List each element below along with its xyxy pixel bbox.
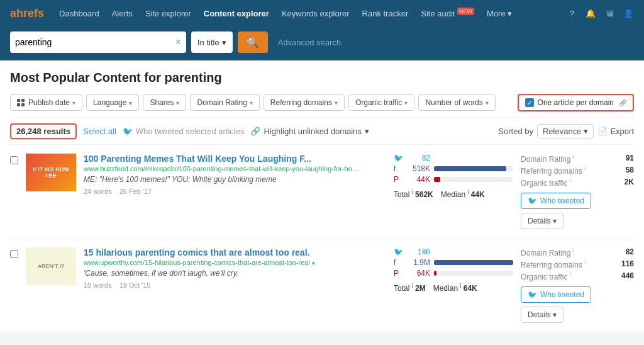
- who-tweeted-selected-label: Who tweeted selected articles: [136, 127, 245, 136]
- article-2-url[interactable]: www.upworthy.com/15-hilarious-parenting-…: [84, 259, 360, 266]
- twitter-icon-2: 🐦: [394, 247, 402, 256]
- filter-organic-traffic-arrow: ▾: [404, 99, 408, 106]
- highlight-unlinked-button[interactable]: 🔗 Highlight unlinked domains ▾: [250, 127, 369, 136]
- total-info-icon: i: [412, 189, 413, 195]
- filter-shares-arrow: ▾: [176, 99, 179, 106]
- details-label-1: Details ▾: [528, 217, 557, 225]
- one-article-info-link[interactable]: 🔗: [619, 99, 626, 106]
- nav-content-explorer[interactable]: Content explorer: [199, 6, 274, 21]
- total-info-icon-2: i: [412, 283, 413, 289]
- filter-domain-rating[interactable]: Domain Rating ▾: [190, 94, 259, 111]
- filter-domain-rating-label: Domain Rating: [197, 98, 247, 107]
- domain-rating-label-2: Domain Rating i: [521, 247, 574, 257]
- select-all-button[interactable]: Select all: [83, 127, 116, 136]
- monitor-icon[interactable]: 🖥: [604, 8, 615, 19]
- nav-alerts[interactable]: Alerts: [107, 6, 138, 21]
- filter-shares[interactable]: Shares ▾: [143, 94, 186, 111]
- search-scope-label: In title: [197, 38, 219, 47]
- highlight-arrow: ▾: [365, 127, 369, 136]
- rd-info-1: i: [584, 166, 586, 172]
- who-tweeted-button-1[interactable]: 🐦 Who tweeted: [521, 193, 591, 209]
- article-2-domain-stats: Domain Rating i 82 Referring domains i 1…: [521, 247, 634, 323]
- pinterest-count-1: 44K: [406, 175, 430, 184]
- filter-referring-domains[interactable]: Referring domains ▾: [264, 94, 345, 111]
- sorted-by-label: Sorted by: [498, 127, 533, 136]
- search-input-wrapper[interactable]: ×: [10, 31, 186, 53]
- results-count: 26,248 results: [10, 123, 77, 139]
- export-button[interactable]: 📄 Export: [597, 127, 634, 136]
- main-content: Most Popular Content for parenting Publi…: [0, 60, 644, 332]
- filter-language-arrow: ▾: [129, 99, 132, 106]
- pinterest-icon-2: P: [394, 269, 402, 278]
- dr-info-2: i: [573, 247, 574, 254]
- filter-number-of-words-arrow: ▾: [486, 99, 489, 106]
- highlight-icon: 🔗: [250, 127, 260, 136]
- article-2-title[interactable]: 15 hilarious parenting comics that are a…: [84, 247, 360, 257]
- median-val-2: 64K: [464, 284, 477, 293]
- dropdown-arrow-icon: ▾: [222, 38, 226, 47]
- who-tweeted-button-2[interactable]: 🐦 Who tweeted: [521, 286, 591, 303]
- details-button-2[interactable]: Details ▾: [521, 307, 564, 323]
- one-article-per-domain-toggle[interactable]: ✓ One article per domain 🔗: [518, 94, 634, 111]
- article-2-thumbnail: AREN'T I?: [26, 247, 76, 285]
- nav-site-explorer[interactable]: Site explorer: [140, 6, 196, 21]
- new-badge: NEW: [457, 8, 474, 15]
- organic-traffic-row-2: Organic traffic i 446: [521, 271, 634, 281]
- nav-keywords-explorer[interactable]: Keywords explorer: [277, 6, 355, 21]
- facebook-icon-1: f: [394, 164, 402, 173]
- who-tweeted-selected-button[interactable]: 🐦 Who tweeted selected articles: [123, 127, 245, 136]
- bell-icon[interactable]: 🔔: [585, 8, 596, 19]
- help-icon[interactable]: ?: [566, 8, 577, 19]
- article-1-checkbox[interactable]: [10, 156, 18, 164]
- facebook-bar-fill-1: [434, 166, 506, 171]
- who-tweeted-label-1: Who tweeted: [540, 196, 584, 205]
- search-button[interactable]: 🔍: [238, 31, 268, 53]
- relevance-dropdown[interactable]: Relevance ▾: [537, 124, 594, 139]
- organic-traffic-label-1: Organic traffic i: [521, 178, 571, 188]
- nav-dashboard[interactable]: Dashboard: [54, 6, 104, 21]
- referring-domains-val-2: 116: [621, 259, 634, 269]
- filter-language[interactable]: Language ▾: [86, 94, 139, 111]
- ot-info-2: i: [570, 271, 571, 278]
- nav-more[interactable]: More ▾: [482, 6, 517, 21]
- filter-publish-date-label: Publish date: [28, 98, 70, 107]
- page-title: Most Popular Content for parenting: [10, 71, 634, 85]
- article-1-title[interactable]: 100 Parenting Memes That Will Keep You L…: [84, 154, 360, 164]
- user-icon[interactable]: 👤: [623, 8, 634, 19]
- nav-right-icons: ? 🔔 🖥 👤: [566, 8, 634, 19]
- export-label: Export: [610, 127, 634, 136]
- advanced-search-link[interactable]: Advanced search: [278, 38, 341, 47]
- referring-domains-label-1: Referring domains i: [521, 166, 586, 176]
- article-1-date: 26 Feb '17: [119, 188, 152, 195]
- nav-site-audit[interactable]: Site audit NEW: [416, 6, 479, 21]
- median-info-icon-2: i: [460, 283, 461, 289]
- pinterest-count-2: 64K: [406, 269, 430, 278]
- search-clear-icon[interactable]: ×: [175, 37, 181, 48]
- logo[interactable]: ahrefs: [10, 7, 44, 20]
- domain-rating-label-1: Domain Rating i: [521, 154, 574, 164]
- facebook-count-2: 1.9M: [406, 258, 430, 267]
- search-input[interactable]: [15, 37, 173, 47]
- search-scope-dropdown[interactable]: In title ▾: [191, 31, 233, 53]
- article-2-checkbox[interactable]: [10, 250, 18, 258]
- filters-row: Publish date ▾ Language ▾ Shares ▾ Domai…: [10, 94, 634, 118]
- filter-publish-date[interactable]: Publish date ▾: [10, 94, 82, 111]
- article-1-meta: 24 words 26 Feb '17: [84, 188, 386, 195]
- pinterest-row-1: P 44K: [394, 175, 513, 184]
- filter-number-of-words[interactable]: Number of words ▾: [418, 94, 495, 111]
- details-button-1[interactable]: Details ▾: [521, 213, 564, 229]
- domain-rating-val-2: 82: [626, 247, 634, 257]
- facebook-row-2: f 1.9M: [394, 258, 513, 267]
- article-2-date: 19 Oct '15: [119, 281, 151, 289]
- article-1-url[interactable]: www.buzzfeed.com/mikespohr/100-parenting…: [84, 165, 360, 172]
- one-article-checkbox[interactable]: ✓: [525, 98, 534, 107]
- nav-rank-tracker[interactable]: Rank tracker: [357, 6, 414, 21]
- referring-domains-row-1: Referring domains i 58: [521, 166, 634, 176]
- twitter-row-1: 🐦 82: [394, 154, 513, 162]
- filter-organic-traffic[interactable]: Organic traffic ▾: [348, 94, 414, 111]
- pinterest-row-2: P 64K: [394, 269, 513, 278]
- total-label-2: Total i 2M: [394, 283, 426, 293]
- facebook-row-1: f 518K: [394, 164, 513, 173]
- facebook-bar-fill-2: [434, 260, 513, 265]
- organic-traffic-val-2: 446: [621, 271, 634, 281]
